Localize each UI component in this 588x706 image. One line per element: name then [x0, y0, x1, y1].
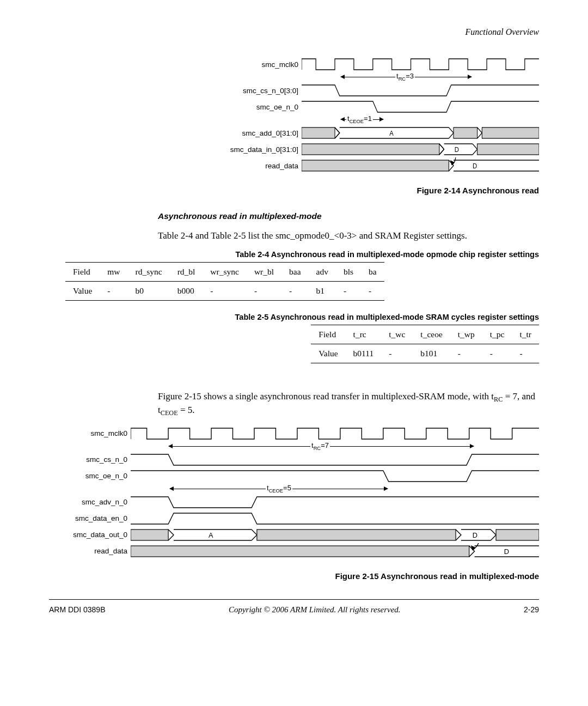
annot-trc-sub: RC	[399, 76, 406, 82]
figure-caption: Figure 2-14 Asynchronous read	[49, 186, 539, 195]
svg-rect-14	[131, 546, 469, 557]
table-cell: Value	[65, 281, 100, 300]
annot-tceoe-val: =1	[364, 114, 372, 123]
table-cell: b0111	[346, 344, 382, 363]
table-cell: b0	[128, 281, 170, 300]
svg-rect-5	[477, 144, 539, 155]
table-cell: -	[482, 344, 512, 363]
table-cell: -	[361, 281, 384, 300]
svg-rect-10	[257, 530, 456, 540]
footer-left: ARM DDI 0389B	[49, 605, 105, 614]
signal-label: smc_oe_n_0	[49, 472, 131, 480]
page-footer: ARM DDI 0389B Copyright © 2006 ARM Limit…	[49, 599, 539, 614]
table-cell: b101	[413, 344, 450, 363]
svg-rect-9	[131, 530, 168, 540]
signal-label: smc_mclk0	[49, 429, 131, 437]
signal-label: read_data	[212, 162, 302, 170]
signal-label: smc_cs_n_0	[49, 455, 131, 464]
svg-rect-1	[454, 127, 477, 138]
signal-label: smc_adv_n_0	[49, 498, 131, 506]
table-cell: -	[381, 344, 413, 363]
svg-text:A: A	[389, 129, 394, 137]
footer-right: 2-29	[524, 605, 539, 614]
svg-rect-11	[496, 530, 539, 540]
table-cell: t_pc	[482, 325, 512, 344]
svg-text:D: D	[473, 162, 477, 170]
body-text: Figure 2-15 shows a single asynchronous …	[158, 391, 539, 418]
figure-2-15: smc_mclk0 tRC=7 smc_cs_n_0 smc_oe_n_0	[49, 425, 539, 559]
svg-rect-2	[482, 127, 539, 138]
signal-label: smc_data_out_0	[49, 531, 131, 539]
table-cell: b1	[309, 281, 336, 300]
svg-rect-0	[302, 127, 335, 138]
table-cell: bls	[336, 262, 361, 281]
table-cell: baa	[281, 262, 309, 281]
table-cell: ba	[361, 262, 384, 281]
signal-label: smc_data_en_0	[49, 514, 131, 522]
table-cell: t_tr	[512, 325, 539, 344]
svg-rect-4	[302, 144, 439, 155]
table-cell: -	[450, 344, 482, 363]
table-cell: Field	[311, 325, 345, 344]
svg-text:D: D	[455, 145, 459, 154]
signal-label: smc_data_in_0[31:0]	[212, 145, 302, 154]
table-caption: Table 2-4 Asynchronous read in multiplex…	[49, 250, 539, 259]
annot-trc-val: =7	[321, 441, 329, 449]
table-caption: Table 2-5 Asynchronous read in multiplex…	[49, 313, 539, 321]
table-cell: b000	[170, 281, 203, 300]
running-header: Functional Overview	[49, 27, 539, 37]
table-cell: t_ceoe	[413, 325, 450, 344]
svg-rect-7	[302, 160, 449, 171]
subheading: Asynchronous read in multiplexed-mode	[158, 211, 539, 221]
table-cell: mw	[100, 262, 127, 281]
table-2-4: Field mw rd_sync rd_bl wr_sync wr_bl baa…	[65, 262, 384, 301]
svg-text:A: A	[209, 531, 213, 539]
table-cell: -	[281, 281, 309, 300]
table-cell: wr_sync	[203, 262, 247, 281]
table-cell: adv	[309, 262, 336, 281]
svg-text:D: D	[473, 531, 477, 539]
table-cell: wr_bl	[247, 262, 281, 281]
body-text: Table 2-4 and Table 2-5 list the smc_opm…	[158, 230, 539, 242]
svg-text:D: D	[504, 547, 509, 556]
footer-center: Copyright © 2006 ARM Limited. All rights…	[229, 605, 401, 614]
signal-label: smc_mclk0	[212, 60, 302, 69]
table-2-5: Field t_rc t_wc t_ceoe t_wp t_pc t_tr Va…	[311, 325, 539, 363]
annot-trc-sub: RC	[314, 445, 321, 451]
table-cell: rd_bl	[170, 262, 203, 281]
table-cell: t_wc	[381, 325, 413, 344]
table-cell: t_rc	[346, 325, 382, 344]
table-cell: -	[247, 281, 281, 300]
table-cell: Value	[311, 344, 345, 363]
figure-caption: Figure 2-15 Asynchronous read in multipl…	[49, 571, 539, 581]
table-cell: Field	[65, 262, 100, 281]
annot-trc-val: =3	[406, 72, 414, 80]
annot-tceoe-val: =5	[283, 484, 291, 492]
table-cell: -	[336, 281, 361, 300]
table-cell: t_wp	[450, 325, 482, 344]
signal-label: read_data	[49, 547, 131, 555]
signal-label: smc_oe_n_0	[212, 103, 302, 111]
table-cell: -	[512, 344, 539, 363]
signal-label: smc_add_0[31:0]	[212, 129, 302, 137]
table-cell: -	[100, 281, 127, 300]
annot-tceoe-sub: CEOE	[269, 488, 283, 493]
table-cell: rd_sync	[128, 262, 170, 281]
annot-tceoe-sub: CEOE	[350, 119, 364, 124]
signal-label: smc_cs_n_0[3:0]	[212, 87, 302, 95]
figure-2-14: smc_mclk0 tRC=3 smc_cs_n_0[3:0] smc_oe_n…	[212, 56, 539, 174]
table-cell: -	[203, 281, 247, 300]
